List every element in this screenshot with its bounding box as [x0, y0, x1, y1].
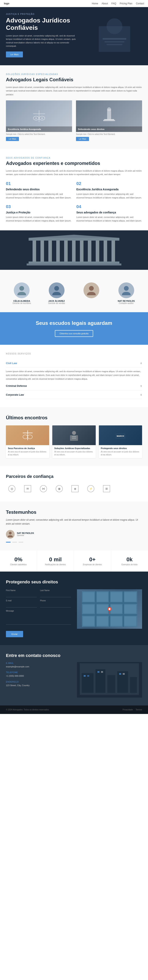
svg-point-10 — [41, 118, 43, 119]
logo-4: ◉ — [56, 485, 63, 492]
avatar-placeholder-1 — [14, 282, 30, 298]
servico-civil-body: Lorem ipsum dolor sit amet, consectetur … — [6, 368, 142, 382]
encontro-3: MARCH Protegendo seus direitos At vero e… — [99, 425, 142, 458]
parceiro-6: ⚡ — [85, 484, 97, 494]
nav-faq[interactable]: FAQ — [111, 2, 116, 5]
encontro-2: Soluções Jurídicas Especializadas At ver… — [52, 425, 95, 458]
avatar-placeholder-3 — [83, 282, 99, 298]
avatar-4 — [118, 282, 134, 298]
hero-section: JUSTIÇA E PROTEÇÃO Advogados Jurídicos C… — [0, 7, 148, 65]
logo-1: ◎ — [8, 485, 15, 492]
stat-label-1: Clientes satisfeitos — [2, 563, 35, 566]
svg-rect-70 — [107, 675, 115, 693]
contato-address: Endereço 123 Street, City, Country — [6, 681, 71, 687]
encontro-body-3: Protegendo seus direitos At vero eos et … — [99, 445, 142, 458]
svg-rect-54 — [110, 592, 122, 602]
parceiro-5: ◈ — [69, 484, 81, 494]
contato-info: E-mail example@example.com Telefone +1 (… — [6, 662, 71, 698]
adv-item-2: 02 Excelência Jurídica Assegurada Lorem … — [76, 181, 142, 199]
email-label: E-mail — [6, 600, 37, 602]
message-textarea[interactable] — [6, 613, 71, 625]
chevron-corporate: ∨ — [140, 393, 142, 396]
svg-point-9 — [35, 118, 37, 119]
nav-contact[interactable]: Contact — [136, 2, 144, 5]
logo-6: ⚡ — [87, 485, 94, 492]
nav-about[interactable]: About — [102, 2, 108, 5]
escudos-title: Seus escudos legais aguardam — [6, 320, 142, 326]
protegendo-title: Protegendo seus direitos — [6, 579, 142, 585]
lastname-input[interactable] — [40, 592, 71, 597]
adv-num-1: 01 — [6, 181, 72, 186]
card-btn-1[interactable]: Ler Mais — [6, 137, 19, 141]
testemunho-info: NAT REYNOLDS Gerente — [17, 532, 34, 536]
svg-point-36 — [23, 435, 28, 439]
solucoes-cards: Excelência Jurídica Assegurada Sample te… — [6, 100, 142, 141]
adv-title-1: Defendendo seus direitos — [6, 188, 72, 191]
encontro-text-1: At vero eos et accusam et justo duo dolo… — [8, 450, 47, 456]
contato-grid: E-mail example@example.com Telefone +1 (… — [6, 662, 142, 698]
adv-title-3: Justiça e Proteção — [6, 211, 72, 214]
member-name-1: CÉLIA ALMEIDA — [6, 300, 38, 302]
test-dot-1[interactable] — [6, 542, 11, 542]
protegendo-section: Protegendo seus direitos First Name Last… — [0, 571, 148, 645]
logo-7: ⊞ — [103, 485, 110, 492]
hero-title: Advogados Jurídicos Confiáveis — [6, 17, 77, 31]
footer-terms[interactable]: Termos — [135, 709, 142, 711]
encontro-img-3: MARCH — [99, 425, 142, 445]
nav-home[interactable]: Home — [92, 2, 98, 5]
escudos-btn[interactable]: Obtenha sua consulta gratuita — [55, 330, 93, 337]
svg-rect-13 — [103, 120, 115, 121]
map-placeholder — [77, 589, 142, 629]
adv-text-1: Lorem ipsum dolor sit amet, consectetur … — [6, 192, 72, 199]
svg-rect-12 — [104, 119, 114, 120]
footer: © 2024 Advogados. Todos os direitos rese… — [0, 705, 148, 714]
servico-corporate-name: Corporate Law — [6, 393, 24, 396]
testemunho-avatar — [6, 530, 14, 539]
email-input[interactable] — [6, 603, 37, 608]
stat-2: 0 mil Notificações de clientes — [37, 550, 74, 571]
advogados-grid: 01 Defendendo seus direitos Lorem ipsum … — [6, 181, 142, 223]
adv-item-1: 01 Defendendo seus direitos Lorem ipsum … — [6, 181, 72, 199]
logo-3: ⋈ — [40, 485, 47, 492]
svg-point-30 — [19, 286, 24, 291]
contato-address-label: Endereço — [6, 681, 71, 683]
testemunho-name: NAT REYNOLDS — [17, 532, 34, 534]
encontro-text-2: At vero eos et accusam et justo duo dolo… — [54, 450, 94, 456]
encontro-img-2 — [52, 425, 95, 445]
test-dot-2[interactable] — [12, 542, 17, 542]
team-member-4: NAT REYNOLDS Contador-auditor — [110, 282, 142, 304]
svg-rect-52 — [83, 592, 94, 602]
nav-pricing[interactable]: Pricing Plan — [120, 2, 132, 5]
svg-point-31 — [54, 286, 59, 291]
avatar-3 — [83, 282, 99, 298]
card-btn-2[interactable]: Ler Mais — [76, 137, 89, 141]
testemunho-nav — [6, 542, 142, 542]
hero-btn[interactable]: Ler Mais — [6, 51, 23, 57]
svg-rect-3 — [105, 41, 124, 42]
servico-civil-name: Civil Law — [6, 362, 17, 365]
submit-btn[interactable]: Enviar — [6, 631, 23, 637]
card-label-2: Defendendo seus direitos — [76, 126, 142, 132]
svg-rect-60 — [83, 617, 94, 626]
svg-rect-74 — [87, 675, 89, 677]
firstname-input[interactable] — [6, 592, 37, 597]
contato-email: E-mail example@example.com — [6, 662, 71, 668]
parceiro-2: ✉ — [22, 484, 33, 494]
solucoes-card-2: Defendendo seus direitos Sample text. Cl… — [76, 100, 142, 141]
servico-civil-law[interactable]: Civil Law ∧ — [6, 359, 142, 368]
contato-title: Entre em contato conosco — [6, 653, 142, 658]
nav-logo[interactable]: logo — [4, 2, 9, 5]
contato-image — [77, 662, 142, 698]
lastname-label: Last Name — [40, 589, 71, 592]
svg-rect-18 — [56, 240, 60, 262]
svg-rect-72 — [130, 677, 137, 693]
svg-rect-69 — [95, 669, 105, 693]
encontros-title: Últimos encontros — [6, 415, 142, 421]
servico-corporate-law[interactable]: Corporate Law ∨ — [6, 390, 142, 399]
testemunho-person: NAT REYNOLDS Gerente — [6, 530, 142, 539]
phone-input[interactable] — [40, 603, 71, 608]
footer-privacy[interactable]: Privacidade — [123, 709, 133, 711]
servico-criminal-defense[interactable]: Criminal Defense ∨ — [6, 382, 142, 390]
test-dot-3[interactable] — [19, 542, 23, 542]
encontro-body-2: Soluções Jurídicas Especializadas At ver… — [52, 445, 95, 458]
